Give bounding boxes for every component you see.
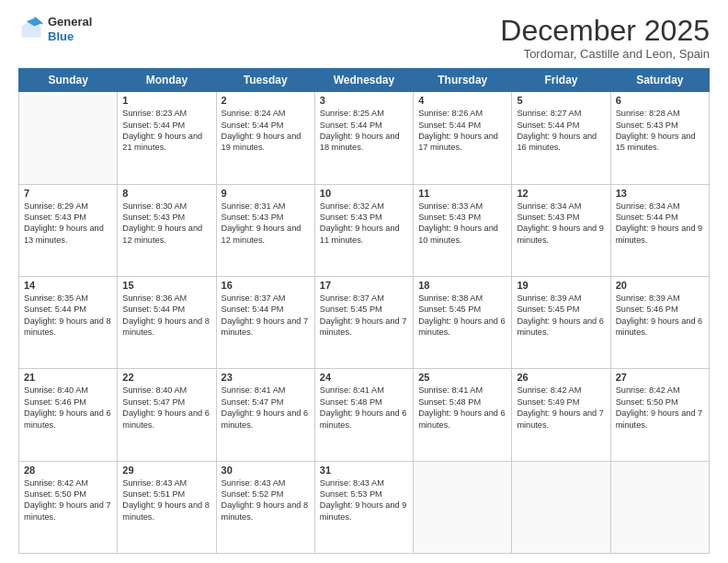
day-number: 25	[418, 372, 506, 383]
table-row: 5Sunrise: 8:27 AMSunset: 5:44 PMDaylight…	[512, 92, 610, 184]
table-row: 18Sunrise: 8:38 AMSunset: 5:45 PMDayligh…	[414, 276, 512, 368]
table-row: 17Sunrise: 8:37 AMSunset: 5:45 PMDayligh…	[314, 276, 413, 368]
table-row: 19Sunrise: 8:39 AMSunset: 5:45 PMDayligh…	[512, 276, 610, 368]
calendar-body: 1Sunrise: 8:23 AMSunset: 5:44 PMDaylight…	[19, 92, 710, 554]
cell-info: Sunrise: 8:31 AMSunset: 5:43 PMDaylight:…	[222, 201, 310, 247]
calendar-week-row: 7Sunrise: 8:29 AMSunset: 5:43 PMDaylight…	[19, 184, 710, 276]
col-saturday: Saturday	[610, 69, 709, 92]
table-row: 31Sunrise: 8:43 AMSunset: 5:53 PMDayligh…	[314, 461, 413, 553]
logo: General Blue	[18, 15, 92, 43]
table-row: 7Sunrise: 8:29 AMSunset: 5:43 PMDaylight…	[19, 184, 118, 276]
cell-info: Sunrise: 8:27 AMSunset: 5:44 PMDaylight:…	[517, 108, 605, 154]
page: General Blue December 2025 Tordomar, Cas…	[0, 0, 728, 563]
col-thursday: Thursday	[414, 69, 512, 92]
table-row: 16Sunrise: 8:37 AMSunset: 5:44 PMDayligh…	[216, 276, 314, 368]
table-row: 2Sunrise: 8:24 AMSunset: 5:44 PMDaylight…	[216, 92, 314, 184]
day-number: 3	[320, 95, 408, 106]
table-row: 23Sunrise: 8:41 AMSunset: 5:47 PMDayligh…	[216, 369, 314, 461]
table-row: 27Sunrise: 8:42 AMSunset: 5:50 PMDayligh…	[610, 369, 709, 461]
table-row: 12Sunrise: 8:34 AMSunset: 5:43 PMDayligh…	[512, 184, 610, 276]
day-number: 19	[517, 280, 605, 291]
col-monday: Monday	[118, 69, 216, 92]
day-number: 28	[24, 465, 112, 476]
day-number: 30	[222, 465, 310, 476]
col-friday: Friday	[512, 69, 610, 92]
logo-icon	[18, 17, 44, 42]
logo-general: General	[48, 15, 92, 29]
month-title: December 2025	[500, 15, 710, 47]
cell-info: Sunrise: 8:43 AMSunset: 5:52 PMDaylight:…	[222, 477, 310, 523]
cell-info: Sunrise: 8:28 AMSunset: 5:43 PMDaylight:…	[616, 108, 704, 154]
day-number: 2	[222, 95, 310, 106]
cell-info: Sunrise: 8:37 AMSunset: 5:44 PMDaylight:…	[222, 293, 310, 339]
day-number: 11	[418, 188, 506, 199]
cell-info: Sunrise: 8:39 AMSunset: 5:46 PMDaylight:…	[616, 293, 704, 339]
cell-info: Sunrise: 8:42 AMSunset: 5:50 PMDaylight:…	[616, 385, 704, 431]
day-number: 1	[122, 95, 210, 106]
header: General Blue December 2025 Tordomar, Cas…	[18, 15, 710, 61]
day-number: 20	[616, 280, 704, 291]
table-row: 4Sunrise: 8:26 AMSunset: 5:44 PMDaylight…	[414, 92, 512, 184]
table-row: 13Sunrise: 8:34 AMSunset: 5:44 PMDayligh…	[610, 184, 709, 276]
day-number: 6	[616, 95, 704, 106]
day-number: 18	[418, 280, 506, 291]
table-row: 22Sunrise: 8:40 AMSunset: 5:47 PMDayligh…	[118, 369, 216, 461]
cell-info: Sunrise: 8:29 AMSunset: 5:43 PMDaylight:…	[24, 201, 112, 247]
table-row: 28Sunrise: 8:42 AMSunset: 5:50 PMDayligh…	[19, 461, 118, 553]
logo-text: General Blue	[48, 15, 92, 43]
cell-info: Sunrise: 8:24 AMSunset: 5:44 PMDaylight:…	[222, 108, 310, 154]
title-area: December 2025 Tordomar, Castille and Leo…	[500, 15, 710, 61]
day-number: 14	[24, 280, 112, 291]
calendar-week-row: 14Sunrise: 8:35 AMSunset: 5:44 PMDayligh…	[19, 276, 710, 368]
table-row: 14Sunrise: 8:35 AMSunset: 5:44 PMDayligh…	[19, 276, 118, 368]
cell-info: Sunrise: 8:34 AMSunset: 5:43 PMDaylight:…	[517, 201, 605, 247]
cell-info: Sunrise: 8:38 AMSunset: 5:45 PMDaylight:…	[418, 293, 506, 339]
table-row: 15Sunrise: 8:36 AMSunset: 5:44 PMDayligh…	[118, 276, 216, 368]
col-tuesday: Tuesday	[216, 69, 314, 92]
day-number: 21	[24, 372, 112, 383]
day-number: 17	[320, 280, 408, 291]
cell-info: Sunrise: 8:25 AMSunset: 5:44 PMDaylight:…	[320, 108, 408, 154]
day-number: 24	[320, 372, 408, 383]
cell-info: Sunrise: 8:23 AMSunset: 5:44 PMDaylight:…	[122, 108, 210, 154]
day-number: 23	[222, 372, 310, 383]
day-number: 12	[517, 188, 605, 199]
day-number: 5	[517, 95, 605, 106]
calendar-week-row: 28Sunrise: 8:42 AMSunset: 5:50 PMDayligh…	[19, 461, 710, 553]
cell-info: Sunrise: 8:35 AMSunset: 5:44 PMDaylight:…	[24, 293, 112, 339]
col-wednesday: Wednesday	[314, 69, 413, 92]
calendar-header-row: Sunday Monday Tuesday Wednesday Thursday…	[19, 69, 710, 92]
cell-info: Sunrise: 8:33 AMSunset: 5:43 PMDaylight:…	[418, 201, 506, 247]
day-number: 13	[616, 188, 704, 199]
table-row: 8Sunrise: 8:30 AMSunset: 5:43 PMDaylight…	[118, 184, 216, 276]
calendar-week-row: 21Sunrise: 8:40 AMSunset: 5:46 PMDayligh…	[19, 369, 710, 461]
day-number: 31	[320, 465, 408, 476]
table-row	[19, 92, 118, 184]
table-row: 9Sunrise: 8:31 AMSunset: 5:43 PMDaylight…	[216, 184, 314, 276]
table-row: 10Sunrise: 8:32 AMSunset: 5:43 PMDayligh…	[314, 184, 413, 276]
table-row: 25Sunrise: 8:41 AMSunset: 5:48 PMDayligh…	[414, 369, 512, 461]
day-number: 10	[320, 188, 408, 199]
location: Tordomar, Castille and Leon, Spain	[500, 47, 710, 61]
table-row: 24Sunrise: 8:41 AMSunset: 5:48 PMDayligh…	[314, 369, 413, 461]
cell-info: Sunrise: 8:36 AMSunset: 5:44 PMDaylight:…	[122, 293, 210, 339]
table-row: 3Sunrise: 8:25 AMSunset: 5:44 PMDaylight…	[314, 92, 413, 184]
cell-info: Sunrise: 8:43 AMSunset: 5:51 PMDaylight:…	[122, 477, 210, 523]
day-number: 9	[222, 188, 310, 199]
cell-info: Sunrise: 8:34 AMSunset: 5:44 PMDaylight:…	[616, 201, 704, 247]
cell-info: Sunrise: 8:26 AMSunset: 5:44 PMDaylight:…	[418, 108, 506, 154]
day-number: 15	[122, 280, 210, 291]
calendar-week-row: 1Sunrise: 8:23 AMSunset: 5:44 PMDaylight…	[19, 92, 710, 184]
cell-info: Sunrise: 8:42 AMSunset: 5:50 PMDaylight:…	[24, 477, 112, 523]
cell-info: Sunrise: 8:40 AMSunset: 5:46 PMDaylight:…	[24, 385, 112, 431]
table-row: 30Sunrise: 8:43 AMSunset: 5:52 PMDayligh…	[216, 461, 314, 553]
table-row: 21Sunrise: 8:40 AMSunset: 5:46 PMDayligh…	[19, 369, 118, 461]
day-number: 8	[122, 188, 210, 199]
calendar-table: Sunday Monday Tuesday Wednesday Thursday…	[18, 68, 710, 554]
table-row: 20Sunrise: 8:39 AMSunset: 5:46 PMDayligh…	[610, 276, 709, 368]
cell-info: Sunrise: 8:32 AMSunset: 5:43 PMDaylight:…	[320, 201, 408, 247]
day-number: 29	[122, 465, 210, 476]
day-number: 26	[517, 372, 605, 383]
cell-info: Sunrise: 8:41 AMSunset: 5:48 PMDaylight:…	[418, 385, 506, 431]
cell-info: Sunrise: 8:30 AMSunset: 5:43 PMDaylight:…	[122, 201, 210, 247]
